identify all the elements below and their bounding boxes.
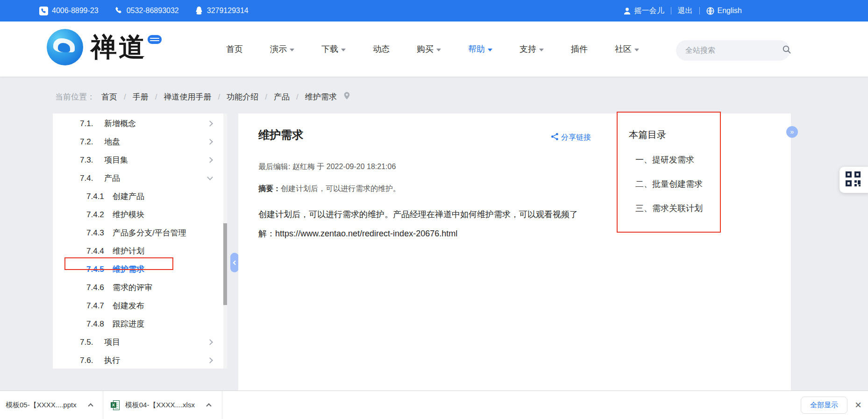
summary-text: 创建计划后，可以进行需求的维护。 (281, 185, 400, 192)
site-search (676, 40, 790, 61)
sidebar-item-7-5[interactable]: 7.5.项目 (53, 333, 227, 351)
hotline-1-number: 4006-8899-23 (52, 7, 99, 15)
sidebar-item-7-4-3[interactable]: 7.4.3产品多分支/平台管理 (53, 224, 227, 242)
username: 摇一会儿 (634, 6, 664, 16)
logo-wave-icon (47, 29, 83, 65)
sidebar-scrollbar-track[interactable] (223, 114, 227, 369)
main-nav: 首页 演示 下载 动态 购买 帮助 支持 插件 社区 (213, 21, 653, 77)
qq-contact[interactable]: 3279129314 (195, 6, 249, 15)
download-item-pptx[interactable]: 模板05-【XXXX....pptx (0, 391, 103, 419)
language-switch[interactable]: English (706, 7, 742, 15)
page-title: 维护需求 (258, 128, 303, 142)
nav-buy[interactable]: 购买 (403, 21, 455, 77)
qr-code-button[interactable] (840, 167, 868, 193)
qq-number: 3279129314 (207, 7, 249, 15)
sidebar-item-7-3[interactable]: 7.3.项目集 (53, 151, 227, 169)
download-item-xlsx[interactable]: X 模板04-【XXXX....xlsx (103, 391, 222, 419)
chevron-down-icon (634, 49, 639, 51)
divider (222, 391, 222, 419)
chevron-down-icon (436, 49, 441, 51)
toc-item-2[interactable]: 二、批量创建需求 (635, 178, 720, 190)
sidebar-item-7-4-1[interactable]: 7.4.1创建产品 (53, 187, 227, 206)
chevron-up-icon[interactable] (206, 403, 211, 408)
sidebar-collapse-button[interactable] (230, 253, 239, 272)
last-edited-meta: 最后编辑: 赵红梅 于 2022-09-20 18:21:06 (258, 162, 591, 172)
sidebar-item-7-2[interactable]: 7.2.地盘 (53, 133, 227, 151)
sidebar-item-7-4-2[interactable]: 7.4.2维护模块 (53, 206, 227, 224)
share-icon (551, 133, 559, 142)
chevron-left-icon (233, 260, 237, 265)
breadcrumb-current[interactable]: 维护需求 (305, 92, 337, 102)
chevron-right-icon (207, 339, 213, 345)
toc-panel-annotated: 本篇目录 一、提研发需求 二、批量创建需求 三、需求关联计划 (617, 112, 721, 233)
breadcrumb-separator: / (124, 92, 126, 102)
sidebar-list: 7.1.新增概念 7.2.地盘 7.3.项目集 7.4.产品 7.4.1创建产品… (53, 114, 227, 369)
toc-item-1[interactable]: 一、提研发需求 (635, 154, 720, 165)
close-downloads-bar-icon[interactable]: × (855, 399, 861, 411)
download-filename: 模板05-【XXXX....pptx (6, 401, 77, 410)
hotline-2-number: 0532-86893032 (127, 7, 179, 15)
breadcrumb-separator: / (218, 92, 220, 102)
breadcrumb-separator: / (265, 92, 267, 102)
downloads-bar: 模板05-【XXXX....pptx X 模板04-【XXXX....xlsx … (0, 391, 868, 419)
article-paragraph: 创建计划后，可以进行需求的维护。产品经理在禅道中如何维护需求，可以观看视频了解：… (258, 205, 591, 243)
chevron-up-icon[interactable] (88, 403, 93, 408)
breadcrumb-features[interactable]: 功能介绍 (227, 92, 258, 102)
sidebar-item-7-1[interactable]: 7.1.新增概念 (53, 114, 227, 133)
sidebar-item-7-4-5-active[interactable]: 7.4.5维护需求 (53, 260, 227, 278)
toc-title: 本篇目录 (629, 128, 720, 141)
breadcrumb-prefix: 当前位置： (55, 92, 95, 102)
page: 4006-8899-23 0532-86893032 3279129314 (0, 0, 868, 419)
zentao-logo[interactable]: 禅道 (47, 29, 162, 65)
nav-demo[interactable]: 演示 (256, 21, 308, 77)
nav-help[interactable]: 帮助 (455, 21, 506, 77)
panel-expand-button[interactable]: » (786, 126, 798, 138)
phone-icon (114, 7, 123, 15)
share-label: 分享链接 (561, 133, 591, 142)
nav-news[interactable]: 动态 (359, 21, 403, 77)
logo-wordmark: 禅道 (91, 34, 147, 60)
divider (671, 7, 671, 14)
search-input[interactable] (685, 46, 782, 55)
nav-community[interactable]: 社区 (601, 21, 653, 77)
chevron-right-icon (207, 357, 213, 363)
site-header: 禅道 首页 演示 下载 动态 购买 帮助 支持 插件 社区 (0, 21, 868, 77)
toc-item-3[interactable]: 三、需求关联计划 (635, 203, 720, 214)
sidebar-item-7-4-8[interactable]: 7.4.8跟踪进度 (53, 315, 227, 333)
chevron-right-icon (207, 157, 213, 163)
sidebar-item-7-4-4[interactable]: 7.4.4维护计划 (53, 242, 227, 260)
nav-home[interactable]: 首页 (213, 21, 256, 77)
chevron-down-icon (539, 49, 544, 51)
download-filename: 模板04-【XXXX....xlsx (125, 401, 195, 410)
hotline-2[interactable]: 0532-86893032 (114, 7, 179, 15)
nav-download[interactable]: 下载 (308, 21, 359, 77)
logout-label: 退出 (678, 6, 693, 16)
sidebar-item-7-6[interactable]: 7.6.执行 (53, 351, 227, 369)
summary-line: 摘要：创建计划后，可以进行需求的维护。 (258, 184, 591, 194)
hotline-1[interactable]: 4006-8899-23 (39, 7, 99, 15)
share-link[interactable]: 分享链接 (551, 133, 591, 142)
qq-penguin-icon (195, 6, 203, 15)
topbar: 4006-8899-23 0532-86893032 3279129314 (0, 0, 868, 21)
user-menu[interactable]: 摇一会儿 (623, 6, 664, 16)
search-icon[interactable] (782, 45, 791, 56)
nav-plugins[interactable]: 插件 (557, 21, 601, 77)
article: 维护需求 分享链接 最后编辑: 赵红梅 于 2022-09-20 18:21:0… (258, 114, 591, 243)
summary-label: 摘要： (258, 185, 281, 192)
sidebar-item-7-4[interactable]: 7.4.产品 (53, 169, 227, 187)
sidebar-item-7-4-6[interactable]: 7.4.6需求的评审 (53, 278, 227, 297)
breadcrumb-home[interactable]: 首页 (101, 92, 117, 102)
divider (699, 7, 700, 14)
manual-sidebar: 7.1.新增概念 7.2.地盘 7.3.项目集 7.4.产品 7.4.1创建产品… (53, 114, 227, 369)
breadcrumb: 当前位置： 首页 / 手册 / 禅道使用手册 / 功能介绍 / 产品 / 维护需… (55, 92, 350, 102)
breadcrumb-product[interactable]: 产品 (274, 92, 290, 102)
breadcrumb-zentao-manual[interactable]: 禅道使用手册 (164, 92, 211, 102)
phone-square-icon (39, 7, 48, 15)
breadcrumb-manual[interactable]: 手册 (133, 92, 149, 102)
nav-support[interactable]: 支持 (506, 21, 557, 77)
logout-link[interactable]: 退出 (678, 6, 693, 16)
show-all-downloads-button[interactable]: 全部显示 (801, 397, 847, 414)
sidebar-item-7-4-7[interactable]: 7.4.7创建发布 (53, 297, 227, 315)
sidebar-scrollbar-thumb[interactable] (223, 223, 227, 305)
qr-code-icon (845, 170, 861, 189)
